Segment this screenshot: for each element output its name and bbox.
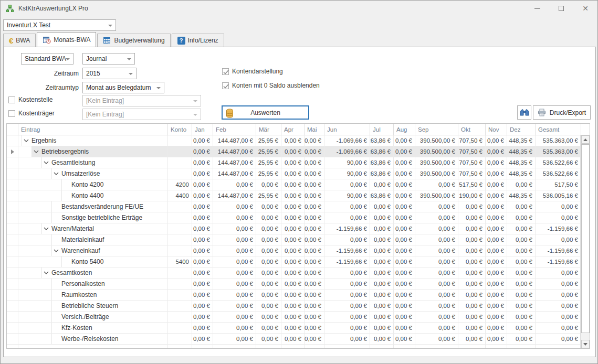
value-cell: 0,00 € (458, 201, 486, 212)
kostenstelle-select[interactable]: [Kein Eintrag] (82, 95, 201, 106)
table-row[interactable]: Personalkosten0,00 €0,00 €0,00 €0,00 €0,… (7, 279, 590, 290)
value-cell: 707,50 € (458, 135, 486, 146)
table-row[interactable]: Gesamtkosten0,00 €0,00 €0,00 €0,00 €0,00… (7, 267, 590, 279)
vertical-scrollbar[interactable] (580, 135, 590, 348)
value-cell: 0,00 € (281, 212, 305, 223)
row-indicator-cell (7, 157, 18, 168)
value-cell: 0,00 € (394, 135, 415, 146)
column-header-aug[interactable]: Aug (394, 124, 415, 135)
collapse-chevron-icon[interactable] (42, 271, 50, 274)
table-row[interactable]: Konto 420042000,00 €0,00 €0,00 €0,00 €0,… (7, 179, 590, 190)
value-cell: 25,95 € (256, 135, 281, 146)
tree-indent (18, 212, 51, 223)
close-button[interactable]: ✕ (573, 1, 597, 16)
column-header-jan[interactable]: Jan (192, 124, 213, 135)
empty-cell (394, 345, 415, 349)
value-cell: 536.522,66 € (536, 168, 581, 179)
empty-cell (7, 345, 18, 349)
search-button[interactable] (517, 105, 531, 120)
column-header-mai[interactable]: Mai (305, 124, 324, 135)
minimize-button[interactable] (525, 1, 549, 16)
tab-bwa[interactable]: € BWA (3, 34, 36, 47)
table-row[interactable]: Bestandsveränderung FE/UE0,00 €0,00 €0,0… (7, 201, 590, 212)
table-row[interactable]: Versich./Beiträge0,00 €0,00 €0,00 €0,00 … (7, 312, 590, 323)
table-row[interactable]: Ergebnis0,00 €144.487,00 €25,95 €0,00 €0… (7, 135, 590, 146)
table-row[interactable]: Betriebsergebnis0,00 €144.487,00 €25,95 … (7, 146, 590, 157)
column-header-sep[interactable]: Sep (415, 124, 458, 135)
collapse-chevron-icon[interactable] (22, 139, 30, 142)
value-cell: 0,00 € (370, 334, 394, 344)
column-header-mär[interactable]: Mär (256, 124, 281, 135)
empty-cell (370, 345, 394, 349)
table-row[interactable]: Werbe-/Reisekosten0,00 €0,00 €0,00 €0,00… (7, 334, 590, 345)
collapse-chevron-icon[interactable] (52, 249, 60, 252)
table-row[interactable]: Materialeinkauf0,00 €0,00 €0,00 €0,00 €0… (7, 234, 590, 245)
table-row[interactable]: Konto 440044000,00 €144.487,00 €25,95 €0… (7, 190, 590, 201)
value-cell: 0,00 € (394, 267, 415, 278)
value-cell: 0,00 € (213, 301, 256, 311)
table-row[interactable]: Gesamtleistung0,00 €144.487,00 €25,95 €0… (7, 157, 590, 168)
value-cell: 0,00 € (281, 168, 305, 179)
table-row[interactable]: Sonstige betriebliche Erträge0,00 €0,00 … (7, 212, 590, 223)
row-indicator-cell (7, 168, 18, 179)
value-cell: 0,00 € (192, 168, 213, 179)
table-row[interactable]: Konto 540054000,00 €0,00 €0,00 €0,00 €0,… (7, 256, 590, 267)
kostentraeger-checkbox[interactable] (8, 110, 15, 117)
scroll-down-button[interactable] (581, 340, 590, 348)
value-cell: 0,00 € (458, 334, 486, 344)
value-cell: 536.005,16 € (536, 190, 581, 201)
konten-null-saldo-checkbox[interactable] (222, 82, 229, 89)
konten-null-saldo-label: Konten mit 0 Saldo ausblenden (232, 82, 320, 89)
column-header-jul[interactable]: Jul (370, 124, 394, 135)
collapse-chevron-icon[interactable] (42, 161, 50, 164)
column-header-okt[interactable]: Okt (458, 124, 486, 135)
column-header-apr[interactable]: Apr (281, 124, 305, 135)
zeitraumtyp-select[interactable]: Monat aus Belegdatum (82, 82, 164, 93)
column-header-konto[interactable]: Konto (168, 124, 192, 135)
druck-export-button[interactable]: Druck/Export (533, 105, 591, 120)
row-label: Konto 4200 (71, 181, 103, 188)
kostentraeger-select[interactable]: [Kein Eintrag] (82, 109, 201, 120)
table-row[interactable]: Kfz-Kosten0,00 €0,00 €0,00 €0,00 €0,00 €… (7, 323, 590, 334)
tree-indent (18, 157, 41, 168)
table-row[interactable]: Umsatzerlöse0,00 €144.487,00 €25,95 €0,0… (7, 168, 590, 179)
table-row[interactable]: Waren/Material0,00 €0,00 €0,00 €0,00 €0,… (7, 223, 590, 234)
kostenstelle-value: [Kein Eintrag] (86, 97, 124, 104)
collapse-chevron-icon[interactable] (32, 150, 40, 153)
tab-monats-bwa[interactable]: Monats-BWA (37, 32, 96, 47)
column-header-feb[interactable]: Feb (213, 124, 256, 135)
value-cell: 0,00 € (192, 190, 213, 201)
calendar-clock-icon (43, 36, 51, 44)
value-cell: 0,00 € (305, 245, 324, 256)
tab-budgetverwaltung[interactable]: Budgetverwaltung (97, 34, 170, 47)
table-row[interactable]: Wareneinkauf0,00 €0,00 €0,00 €0,00 €0,00… (7, 245, 590, 256)
column-header-dez[interactable]: Dez (507, 124, 536, 135)
collapse-chevron-icon[interactable] (52, 172, 60, 175)
column-header-jun[interactable]: Jun (324, 124, 370, 135)
column-header-gesamt[interactable]: Gesamt (536, 124, 581, 135)
tab-info-lizenz[interactable]: ? Info/Lizenz (172, 34, 224, 47)
kostenstelle-checkbox[interactable] (8, 97, 15, 103)
maximize-button[interactable] (549, 1, 573, 16)
column-header-eintrag[interactable]: Eintrag (18, 124, 168, 135)
collapse-chevron-icon[interactable] (42, 227, 50, 230)
value-cell: 0,00 € (507, 267, 536, 278)
value-cell: 0,00 € (192, 223, 213, 234)
auswerten-button[interactable]: Auswerten (222, 105, 309, 120)
bwa-type-select[interactable]: Standard BWA (21, 53, 74, 65)
value-cell: 517,50 € (458, 179, 486, 190)
kostentraeger-checkbox-row: Kostenträger (8, 110, 55, 117)
kontendarstellung-checkbox[interactable] (222, 68, 229, 75)
scroll-up-button[interactable] (581, 135, 590, 144)
row-indicator-cell (7, 179, 18, 190)
tree-node: Wareneinkauf (51, 245, 167, 256)
scroll-thumb[interactable] (581, 144, 590, 333)
profile-select[interactable]: InventurLX Test (3, 19, 116, 31)
table-row[interactable]: Raumkosten0,00 €0,00 €0,00 €0,00 €0,00 €… (7, 290, 590, 301)
table-row[interactable]: Betriebliche Steuern0,00 €0,00 €0,00 €0,… (7, 301, 590, 312)
value-cell: 0,00 € (281, 146, 305, 157)
value-cell: 0,00 € (192, 267, 213, 278)
column-header-nov[interactable]: Nov (486, 124, 507, 135)
zeitraum-select[interactable]: 2015 (82, 68, 137, 79)
journal-select[interactable]: Journal (82, 53, 135, 65)
